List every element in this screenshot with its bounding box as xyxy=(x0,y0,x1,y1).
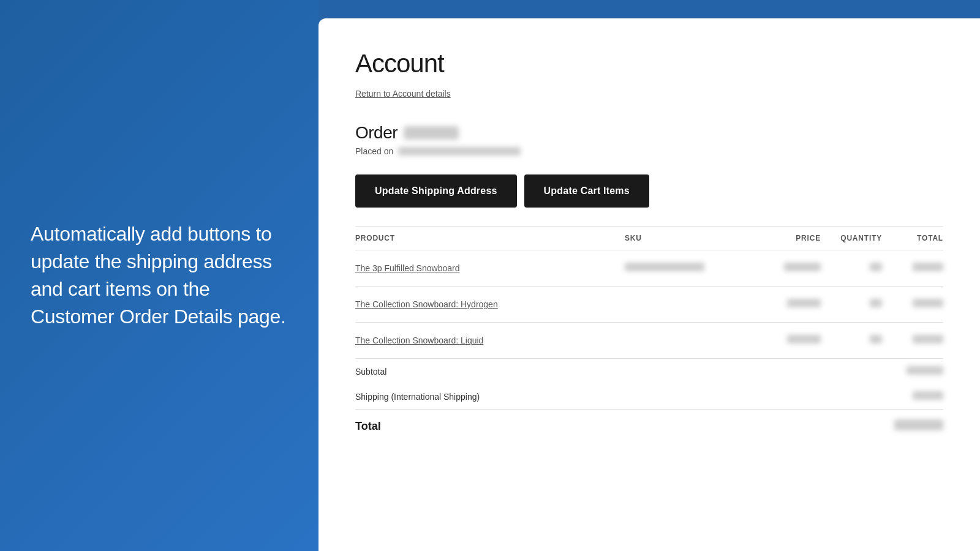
product-link[interactable]: The Collection Snowboard: Liquid xyxy=(355,335,483,345)
total-col-header: TOTAL xyxy=(882,227,943,250)
qty-value xyxy=(870,299,882,307)
subtotal-row: Subtotal xyxy=(355,359,943,384)
total-value xyxy=(913,335,943,343)
shipping-row: Shipping (International Shipping) xyxy=(355,384,943,410)
product-link[interactable]: The 3p Fulfilled Snowboard xyxy=(355,263,459,273)
sku-value xyxy=(625,263,704,271)
product-col-header: PRODUCT xyxy=(355,227,625,250)
total-label: Total xyxy=(355,410,882,444)
table-row: The 3p Fulfilled Snowboard xyxy=(355,250,943,287)
product-link[interactable]: The Collection Snowboard: Hydrogen xyxy=(355,299,498,309)
sku-col-header: SKU xyxy=(625,227,747,250)
qty-value xyxy=(870,263,882,271)
update-cart-button[interactable]: Update Cart Items xyxy=(524,174,649,208)
price-value xyxy=(787,335,821,343)
shipping-value xyxy=(913,391,943,400)
price-value xyxy=(784,263,821,271)
subtotal-label: Subtotal xyxy=(355,359,882,384)
subtotal-value xyxy=(907,366,943,375)
total-row: Total xyxy=(355,410,943,444)
table-footer: Subtotal Shipping (International Shippin… xyxy=(355,359,943,444)
promo-text: Automatically add buttons to update the … xyxy=(31,220,288,330)
placed-on: Placed on xyxy=(355,146,943,156)
shipping-label: Shipping (International Shipping) xyxy=(355,384,882,410)
total-value xyxy=(913,299,943,307)
return-link[interactable]: Return to Account details xyxy=(355,89,451,99)
price-col-header: PRICE xyxy=(747,227,821,250)
total-value xyxy=(894,419,943,430)
update-shipping-button[interactable]: Update Shipping Address xyxy=(355,174,517,208)
left-panel: Automatically add buttons to update the … xyxy=(0,0,318,551)
order-section: Order Placed on xyxy=(355,123,943,156)
table-body: The 3p Fulfilled SnowboardThe Collection… xyxy=(355,250,943,359)
total-value xyxy=(913,263,943,271)
qty-col-header: QUANTITY xyxy=(821,227,882,250)
page-title: Account xyxy=(355,49,943,78)
table-header: PRODUCT SKU PRICE QUANTITY TOTAL xyxy=(355,227,943,250)
order-table: PRODUCT SKU PRICE QUANTITY TOTAL The 3p … xyxy=(355,226,943,443)
qty-value xyxy=(870,335,882,343)
action-buttons: Update Shipping Address Update Cart Item… xyxy=(355,174,943,208)
order-id xyxy=(404,126,459,140)
table-row: The Collection Snowboard: Hydrogen xyxy=(355,287,943,323)
order-title: Order xyxy=(355,123,943,143)
price-value xyxy=(787,299,821,307)
table-row: The Collection Snowboard: Liquid xyxy=(355,323,943,359)
placed-on-date xyxy=(398,147,521,156)
right-panel: Account Return to Account details Order … xyxy=(318,18,980,551)
